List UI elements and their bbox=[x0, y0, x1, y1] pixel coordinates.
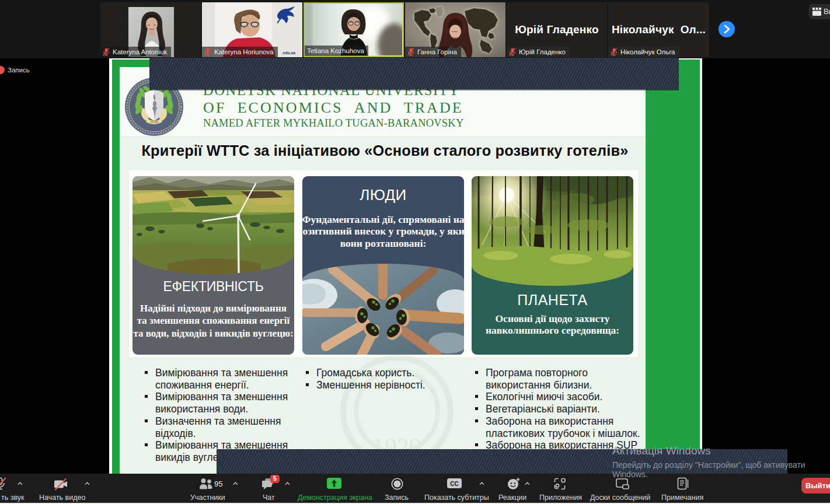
svg-text:CC: CC bbox=[450, 481, 458, 487]
svg-text:.edu.ua: .edu.ua bbox=[282, 51, 295, 55]
svg-text:1920: 1920 bbox=[150, 120, 159, 124]
